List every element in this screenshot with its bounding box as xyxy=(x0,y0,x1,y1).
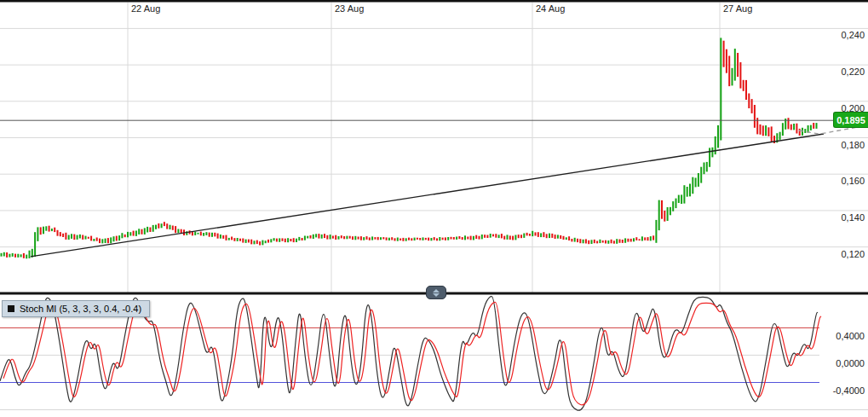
date-label: 22 Aug xyxy=(131,3,160,14)
legend-marker-icon xyxy=(8,305,14,312)
price-axis-label: 0,140 xyxy=(841,212,865,223)
series-signal xyxy=(3,302,821,404)
indicator-axis-label: 0,0000 xyxy=(836,358,865,368)
chevron-down-icon xyxy=(433,293,440,297)
chevron-up-icon xyxy=(433,289,440,292)
indicator-legend[interactable]: Stoch MI (5, 3, 3, 3, 0.4, -0.4) xyxy=(2,300,150,317)
price-axis-label: 0,240 xyxy=(841,30,865,40)
current-price-badge: 0,1895 xyxy=(833,112,868,128)
price-axis-label: 0,160 xyxy=(841,176,865,186)
chart-canvas[interactable] xyxy=(0,0,868,417)
price-axis-label: 0,220 xyxy=(841,67,865,77)
date-label: 23 Aug xyxy=(335,3,364,14)
date-label: 27 Aug xyxy=(723,3,752,14)
indicator-legend-label: Stoch MI (5, 3, 3, 3, 0.4, -0.4) xyxy=(20,304,141,314)
panel-splitter-handle[interactable] xyxy=(426,286,446,299)
indicator-axis-label: -0,4000 xyxy=(833,385,865,396)
price-axis-label: 0,120 xyxy=(841,249,865,259)
price-axis-label: 0,180 xyxy=(841,140,865,150)
indicator-axis-label: 0,4000 xyxy=(836,331,865,341)
trading-chart-window: 22 Aug23 Aug24 Aug27 Aug0,2400,2200,2000… xyxy=(0,0,868,417)
date-label: 24 Aug xyxy=(536,3,565,14)
